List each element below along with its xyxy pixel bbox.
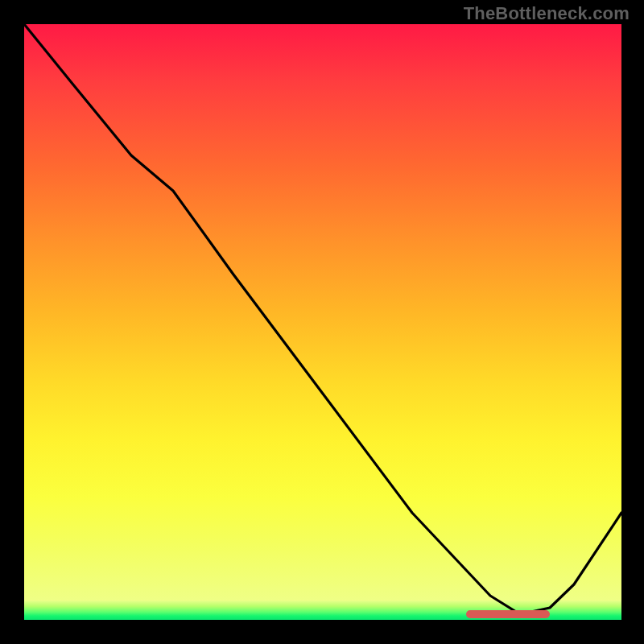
optimal-range-marker [466,610,550,618]
bottleneck-curve [24,24,621,620]
curve-path [24,24,621,614]
chart-container: TheBottleneck.com [0,0,644,644]
plot-area [24,24,620,620]
watermark-text: TheBottleneck.com [464,3,630,24]
